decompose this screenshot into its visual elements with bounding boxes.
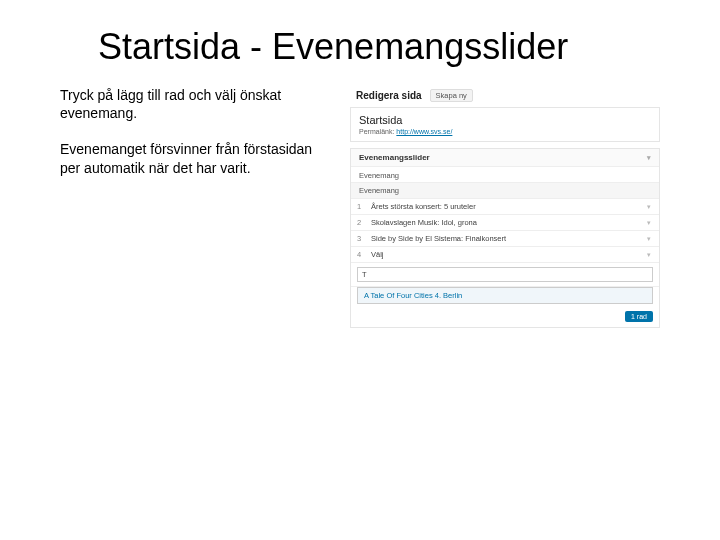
columns: Tryck på lägg till rad och välj önskat e… xyxy=(60,86,660,328)
editor-heading: Redigera sida xyxy=(356,90,422,101)
dropdown-option[interactable]: A Tale Of Four Cities 4. Berlin xyxy=(358,288,652,303)
field-label: Evenemang xyxy=(351,167,659,182)
box-footer: 1 rad xyxy=(351,308,659,327)
page-title: Startsida - Evenemangsslider xyxy=(98,26,660,68)
instruction-paragraph-2: Evenemanget försvinner från förstasidan … xyxy=(60,140,336,176)
row-number: 2 xyxy=(357,218,371,227)
chevron-down-icon[interactable]: ▾ xyxy=(645,219,653,227)
table-header: Evenemang xyxy=(351,182,659,199)
chevron-down-icon[interactable]: ▾ xyxy=(645,203,653,211)
evenemangsslider-box: Evenemangsslider ▾ Evenemang Evenemang 1… xyxy=(350,148,660,328)
left-column: Tryck på lägg till rad och välj önskat e… xyxy=(60,86,336,328)
table-row[interactable]: 2 Skolavslagen Musik: Idol, grona ▾ xyxy=(351,215,659,231)
permalink-row: Permalänk: http://www.svs.se/ xyxy=(351,128,659,141)
right-column: Redigera sida Skapa ny Startsida Permalä… xyxy=(350,86,660,328)
table-row[interactable]: 3 Side by Side by El Sistema: Finalkonse… xyxy=(351,231,659,247)
permalink-url[interactable]: http://www.svs.se/ xyxy=(396,128,452,135)
box-title: Evenemangsslider xyxy=(359,153,430,162)
row-number: 1 xyxy=(357,202,371,211)
chevron-down-icon[interactable]: ▾ xyxy=(645,251,653,259)
instruction-paragraph-1: Tryck på lägg till rad och välj önskat e… xyxy=(60,86,336,122)
permalink-label: Permalänk: xyxy=(359,128,394,135)
table-row[interactable]: 4 Välj ▾ xyxy=(351,247,659,263)
search-row xyxy=(351,263,659,287)
new-page-button[interactable]: Skapa ny xyxy=(430,89,473,102)
row-title: Årets största konsert: 5 uruteler xyxy=(371,202,645,211)
box-title-bar[interactable]: Evenemangsslider ▾ xyxy=(351,149,659,167)
editor-screenshot: Redigera sida Skapa ny Startsida Permalä… xyxy=(350,86,660,328)
search-dropdown: A Tale Of Four Cities 4. Berlin xyxy=(357,287,653,304)
add-row-button[interactable]: 1 rad xyxy=(625,311,653,322)
slide: Startsida - Evenemangsslider Tryck på lä… xyxy=(0,0,720,540)
row-number: 4 xyxy=(357,250,371,259)
search-input[interactable] xyxy=(357,267,653,282)
row-number: 3 xyxy=(357,234,371,243)
collapse-icon[interactable]: ▾ xyxy=(647,154,651,162)
title-panel: Startsida Permalänk: http://www.svs.se/ xyxy=(350,107,660,142)
page-title-field[interactable]: Startsida xyxy=(351,108,659,128)
row-title: Skolavslagen Musik: Idol, grona xyxy=(371,218,645,227)
table-row[interactable]: 1 Årets största konsert: 5 uruteler ▾ xyxy=(351,199,659,215)
chevron-down-icon[interactable]: ▾ xyxy=(645,235,653,243)
editor-header: Redigera sida Skapa ny xyxy=(350,86,660,105)
row-select-label: Välj xyxy=(371,250,645,259)
row-title: Side by Side by El Sistema: Finalkonsert xyxy=(371,234,645,243)
